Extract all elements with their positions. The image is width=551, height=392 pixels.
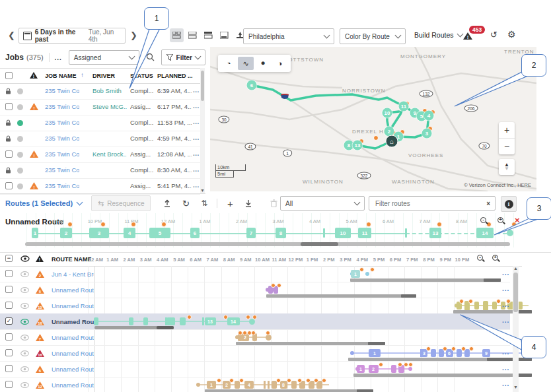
strip-scrollbar[interactable] <box>25 242 510 246</box>
stop-block[interactable] <box>483 301 488 311</box>
stop-block[interactable] <box>464 349 470 357</box>
stop-block[interactable]: 9 <box>482 349 490 357</box>
strip-stop-block[interactable]: 8 <box>276 228 286 238</box>
build-routes-button[interactable]: Build Routes <box>414 31 462 39</box>
stop-block[interactable]: 8 <box>280 381 287 389</box>
route-name-link[interactable]: Jun 4 - Kent Broc... <box>52 271 94 278</box>
job-name-link[interactable]: 235 Twin Coun... <box>45 103 79 110</box>
map-routes-icon[interactable]: ∿ <box>238 57 254 70</box>
add-route-icon[interactable]: + <box>223 197 237 210</box>
table-row[interactable]: !235 Twin Coun...Assig...5:41 PM, 4.....… <box>0 178 200 195</box>
row-menu[interactable]: ... <box>193 102 200 110</box>
col-planned[interactable]: PLANNED ... <box>157 73 193 79</box>
view-bottom-panel-button[interactable] <box>217 28 231 42</box>
map-home-marker[interactable]: ⌂ <box>386 135 398 148</box>
stop-block[interactable] <box>291 381 297 389</box>
routes-type-select[interactable]: All <box>280 196 365 211</box>
gantt-row[interactable]: ✓16Unnamed Route1314... <box>0 313 510 330</box>
stop-block[interactable]: 1 <box>357 365 365 373</box>
map-time-icon[interactable]: ◔ <box>221 57 237 70</box>
stop-block[interactable] <box>391 365 396 373</box>
route-name-link[interactable]: Unnamed Route <box>52 302 94 310</box>
strip-stop-block[interactable]: 7 <box>246 228 256 238</box>
row-menu[interactable]: ... <box>193 166 200 173</box>
zoom-in-button[interactable]: + <box>499 122 515 138</box>
zoom-out-button[interactable]: − <box>499 138 515 154</box>
stop-block[interactable]: 4 <box>244 381 254 389</box>
download-route-icon[interactable] <box>241 197 256 210</box>
row-menu[interactable]: ... <box>193 118 200 125</box>
row-checkbox[interactable] <box>5 333 13 341</box>
visibility-eye-icon[interactable] <box>20 382 29 389</box>
strip-stop-block[interactable]: 14 <box>476 228 494 238</box>
gantt-scrollbar[interactable]: ▲ ▼ <box>513 266 519 392</box>
row-menu[interactable]: ... <box>193 150 200 157</box>
row-menu[interactable]: ... <box>502 333 509 340</box>
strip-stop-block[interactable]: 1 <box>32 228 38 238</box>
row-menu[interactable]: ... <box>502 285 509 292</box>
stop-block[interactable]: 1 <box>207 381 216 389</box>
strip-stop-block[interactable]: 6 <box>190 228 200 238</box>
strip-stop-block[interactable]: 2 <box>60 228 72 238</box>
strip-stop-block[interactable]: 3 <box>89 228 109 238</box>
view-cards-button[interactable] <box>170 28 184 42</box>
sort-asc-icon[interactable]: ↑ <box>81 71 84 79</box>
stop-block[interactable] <box>166 317 175 325</box>
routes-title[interactable]: Routes (1 Selected) <box>5 199 73 207</box>
view-top-panel-button[interactable] <box>202 28 215 42</box>
row-menu[interactable]: ... <box>502 301 509 308</box>
row-menu[interactable]: ... <box>502 364 509 372</box>
chevron-down-icon[interactable] <box>77 199 83 206</box>
visibility-eye-icon[interactable] <box>20 287 29 294</box>
history-icon[interactable]: ↺ <box>490 30 497 40</box>
row-checkbox[interactable] <box>5 150 13 158</box>
route-name-link[interactable]: Unnamed Route <box>52 381 94 389</box>
jobs-filter-select[interactable]: Assigned <box>69 50 139 65</box>
route-name-link[interactable]: Unnamed Route <box>52 366 94 373</box>
select-all-checkbox[interactable] <box>5 72 13 79</box>
row-menu[interactable]: ... <box>502 380 509 387</box>
table-row[interactable]: 235 Twin Coun...Compl...4:59 PM, 4...... <box>0 131 200 147</box>
gantt-row[interactable]: 16Unnamed Route1369... <box>0 345 510 362</box>
row-menu[interactable]: ... <box>193 86 200 94</box>
jobs-scrollbar[interactable]: ▼ <box>200 68 205 193</box>
map-stop-marker[interactable]: 3 <box>422 129 432 139</box>
row-menu[interactable]: ... <box>502 317 509 324</box>
map-contrast-icon[interactable]: ◑ <box>272 57 288 70</box>
map-stop-marker[interactable]: 4 <box>424 111 434 121</box>
gantt-row[interactable]: 6Unnamed Route12... <box>0 361 510 377</box>
search-icon[interactable] <box>146 53 155 63</box>
col-job-name[interactable]: JOB NAME <box>45 73 77 79</box>
row-checkbox[interactable] <box>5 365 13 372</box>
routes-filter-field[interactable]: × <box>369 196 496 211</box>
date-prev-button[interactable]: ❮ <box>8 30 15 40</box>
table-row[interactable]: !235 Twin Coun...Kent Brock...Assig...12… <box>0 147 200 163</box>
routes-filter-input[interactable] <box>374 199 476 208</box>
col-status[interactable]: STATUS <box>130 73 153 79</box>
row-checkbox[interactable] <box>5 349 13 356</box>
gantt-row[interactable]: 12Unnamed Route1248... <box>0 377 510 392</box>
gantt-row[interactable]: 2Jun 4 - Kent Broc...1... <box>0 266 510 282</box>
resequence-button[interactable]: ⇆Resequence <box>91 195 151 211</box>
jobs-filter-button[interactable]: Filter <box>161 49 205 65</box>
row-checkbox[interactable] <box>5 302 13 309</box>
info-button[interactable]: i <box>501 196 517 212</box>
map-stop-marker[interactable]: 11 <box>399 102 409 112</box>
stop-block[interactable] <box>272 381 277 389</box>
gantt-row[interactable]: 5Unnamed Route... <box>0 282 510 298</box>
stop-block[interactable]: 13 <box>205 317 216 325</box>
driver-link[interactable]: Kent Brock... <box>92 150 127 158</box>
row-checkbox[interactable] <box>5 182 13 189</box>
route-name-link[interactable]: Unnamed Route <box>52 334 94 341</box>
row-checkbox[interactable] <box>5 270 13 277</box>
route-name-link[interactable]: Unnamed Route <box>52 350 94 357</box>
upload-route-icon[interactable] <box>160 197 174 210</box>
view-rows-button[interactable] <box>186 28 200 42</box>
stop-block[interactable] <box>143 317 148 325</box>
visibility-eye-icon[interactable] <box>20 366 29 374</box>
stop-block[interactable] <box>457 349 462 357</box>
stop-block[interactable]: 1 <box>369 349 381 357</box>
date-next-button[interactable]: ❯ <box>130 30 137 40</box>
row-checkbox[interactable] <box>5 103 13 110</box>
settings-gear-icon[interactable]: ⚙ <box>507 29 516 40</box>
